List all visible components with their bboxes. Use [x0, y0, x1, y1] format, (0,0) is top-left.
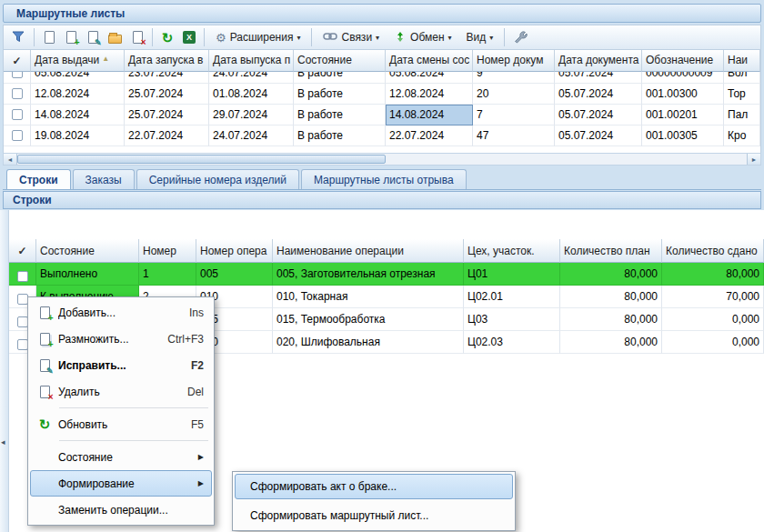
selected-cell[interactable]: 14.08.2024	[386, 105, 473, 125]
excel-icon: X	[183, 31, 196, 44]
scrollbar-thumb[interactable]	[17, 155, 386, 164]
column-header[interactable]: Наименование операции	[273, 239, 464, 263]
column-header[interactable]: Цех, участок.	[464, 239, 560, 263]
menu-separator	[59, 440, 208, 441]
submenu-item-act-brak[interactable]: Сформировать акт о браке...	[235, 474, 513, 499]
excel-export-button[interactable]: X	[179, 27, 199, 47]
collapse-left-icon: ◂	[1, 437, 5, 447]
menu-item-refresh[interactable]: ↻ Обновить F5	[30, 411, 212, 437]
links-menu-button[interactable]: Связи ▾	[317, 27, 386, 47]
menu-item-edit[interactable]: ✎ Исправить... F2	[30, 352, 212, 378]
submenu-arrow-icon: ▶	[198, 453, 204, 461]
generate-submenu: Сформировать акт о браке... Сформировать…	[232, 471, 516, 531]
chevron-down-icon: ▾	[489, 34, 493, 42]
toolbar-separator	[504, 28, 505, 46]
menu-item-duplicate[interactable]: + Размножить... Ctrl+F3	[30, 326, 212, 352]
column-header[interactable]: Наи	[724, 50, 760, 72]
tab-detach-sheets[interactable]: Маршрутные листы отрыва	[301, 169, 467, 189]
extensions-menu-button[interactable]: ⚙ Расширения ▾	[209, 27, 307, 47]
column-header[interactable]: Дата смены сос	[386, 50, 473, 72]
edit-document-icon: ✎	[31, 359, 58, 372]
grid-header-row: ✓ Состояние Номер Номер опера Наименован…	[9, 239, 764, 263]
delete-document-icon: ×	[133, 31, 143, 44]
scrollbar-track[interactable]	[386, 154, 747, 165]
select-all-header[interactable]: ✓	[4, 50, 31, 72]
toolbar-separator	[204, 28, 205, 46]
row-checkbox[interactable]	[12, 88, 23, 99]
row-checkbox[interactable]	[17, 316, 28, 327]
section-header: Строки	[3, 191, 761, 209]
toolbar-separator	[34, 28, 35, 46]
table-row[interactable]: 19.08.2024 22.07.2024 24.07.2024 В работ…	[4, 125, 760, 146]
sort-ascending-icon: ▲	[102, 55, 109, 63]
column-header[interactable]: Состояние	[36, 239, 139, 263]
submenu-item-route-sheet[interactable]: Сформировать маршрутный лист...	[235, 503, 513, 528]
tab-strings[interactable]: Строки	[6, 169, 71, 189]
add-document-icon: +	[66, 31, 76, 44]
table-row[interactable]: 14.08.2024 25.07.2024 29.07.2024 В работ…	[4, 105, 760, 125]
table-row[interactable]: 05.08.2024 23.07.2024 24.07.2024 В работ…	[4, 72, 760, 84]
select-all-header[interactable]: ✓	[9, 239, 36, 263]
menu-item-state[interactable]: Состояние ▶	[30, 444, 212, 470]
open-folder-icon	[108, 35, 122, 44]
extensions-menu-label: Расширения	[230, 31, 294, 44]
edit-document-icon: ✎	[88, 31, 98, 44]
table-row[interactable]: 12.08.2024 25.07.2024 01.08.2024 В работ…	[4, 84, 760, 105]
tab-orders[interactable]: Заказы	[73, 169, 135, 189]
delete-document-button[interactable]: ×	[127, 27, 147, 47]
add-document-button[interactable]: +	[61, 27, 81, 47]
table-row[interactable]: Выполнено 1 005 005, Заготовительная отр…	[9, 263, 764, 286]
exchange-icon	[394, 30, 407, 45]
chevron-down-icon: ▾	[376, 34, 379, 42]
column-header[interactable]: Количество план	[560, 239, 662, 263]
column-header[interactable]: Дата выдачи▲	[31, 50, 125, 72]
delete-document-icon: ×	[31, 386, 58, 398]
row-checkbox[interactable]	[17, 271, 28, 282]
column-header[interactable]: Состояние	[294, 50, 386, 72]
row-checkbox[interactable]	[17, 294, 28, 305]
context-menu: + Добавить... Ins + Размножить... Ctrl+F…	[27, 296, 215, 526]
menu-item-add[interactable]: + Добавить... Ins	[30, 299, 212, 326]
column-header[interactable]: Дата запуска в	[125, 50, 209, 72]
refresh-button[interactable]: ↻	[157, 27, 177, 47]
column-header[interactable]: Обозначение	[642, 50, 724, 72]
menu-item-replace-operations[interactable]: Заменить операции...	[30, 497, 212, 523]
view-menu-label: Вид	[467, 31, 487, 44]
left-splitter[interactable]: ◂	[0, 210, 9, 532]
tab-serial-numbers[interactable]: Серийные номера изделий	[136, 169, 299, 189]
exchange-menu-label: Обмен	[410, 31, 445, 44]
filter-button[interactable]	[7, 27, 29, 47]
view-menu-button[interactable]: Вид ▾	[460, 27, 500, 47]
column-header[interactable]: Дата выпуска п	[209, 50, 294, 72]
window-titlebar: Маршрутные листы	[3, 4, 761, 23]
scroll-left-button[interactable]: ◄	[4, 154, 17, 165]
grid-header-row: ✓ Дата выдачи▲ Дата запуска в Дата выпус…	[4, 50, 760, 72]
duplicate-document-icon: +	[31, 333, 58, 346]
toolbar-separator	[152, 28, 153, 46]
refresh-icon: ↻	[31, 417, 58, 431]
column-header[interactable]: Номер	[139, 239, 196, 263]
menu-item-generate[interactable]: Формирование ▶	[30, 470, 212, 497]
column-header[interactable]: Номер докум	[473, 50, 555, 72]
column-header[interactable]: Дата документа	[555, 50, 642, 72]
main-toolbar: + ✎ × ↻ X ⚙ Расширения ▾ Связи ▾ Обмен ▾…	[3, 25, 761, 50]
row-checkbox[interactable]	[12, 72, 23, 78]
clipped-row-wrapper: 05.08.2024 23.07.2024 24.07.2024 В работ…	[4, 72, 760, 84]
detail-tabs: Строки Заказы Серийные номера изделий Ма…	[3, 169, 761, 190]
row-checkbox[interactable]	[12, 130, 23, 141]
open-folder-button[interactable]	[105, 27, 126, 47]
row-checkbox[interactable]	[17, 339, 28, 350]
row-checkbox[interactable]	[12, 109, 23, 120]
edit-document-button[interactable]: ✎	[83, 27, 103, 47]
horizontal-scrollbar[interactable]: ◄ ►	[3, 153, 761, 166]
scroll-right-button[interactable]: ►	[747, 154, 760, 165]
menu-item-delete[interactable]: × Удалить Del	[30, 378, 212, 405]
column-header[interactable]: Номер опера	[196, 239, 273, 263]
new-document-icon	[45, 31, 55, 44]
new-document-button[interactable]	[39, 27, 59, 47]
exchange-menu-button[interactable]: Обмен ▾	[387, 27, 458, 47]
settings-button[interactable]	[509, 27, 531, 47]
chevron-down-icon: ▾	[448, 34, 452, 42]
submenu-arrow-icon: ▶	[198, 479, 204, 487]
column-header[interactable]: Количество сдано	[662, 239, 764, 263]
